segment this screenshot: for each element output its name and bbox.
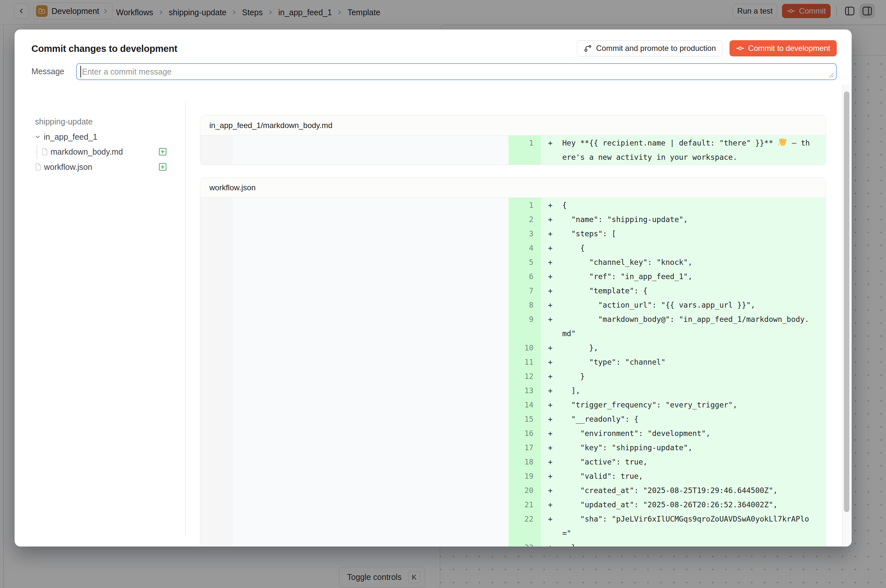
- diff-old-side: [233, 135, 508, 165]
- diff-line: 20+ "created_at": "2025-08-25T19:29:46.6…: [508, 483, 826, 498]
- diff-line: 16+ "environment": "development",: [508, 426, 826, 441]
- diff-line: 4+ {: [508, 241, 826, 255]
- diff-code: + "template": {: [541, 284, 826, 298]
- line-number: 22: [508, 512, 541, 540]
- diff-code: + "key": "shipping-update",: [541, 441, 826, 455]
- diff-line: 1+Hey **{{ recipient.name | default: "th…: [508, 136, 826, 164]
- diff-line: 23+ }: [508, 540, 826, 546]
- line-number: 8: [508, 298, 541, 312]
- tree-item-workflow-root[interactable]: shipping-update: [35, 114, 93, 129]
- modal-scrollbar[interactable]: [842, 85, 852, 546]
- line-number: 14: [508, 398, 541, 412]
- diff-code: + "trigger_frequency": "every_trigger",: [541, 398, 826, 412]
- diff-line: 19+ "valid": true,: [508, 469, 826, 483]
- diff-code: + ],: [541, 384, 826, 398]
- commit-icon: [736, 44, 744, 52]
- chevron-down-icon: [35, 134, 40, 140]
- line-number: 2: [508, 212, 541, 226]
- diff-code: + "action_url": "{{ vars.app_url }}",: [541, 298, 826, 312]
- resize-grip-icon: [828, 71, 835, 78]
- waving-hand-emoji: [778, 138, 787, 147]
- line-number: 9: [508, 312, 541, 340]
- diff-code: + "ref": "in_app_feed_1",: [541, 269, 826, 284]
- text-cursor: [80, 66, 81, 78]
- diff-gutter: [200, 135, 233, 165]
- line-number: 21: [508, 498, 541, 512]
- diff-old-side: [233, 198, 508, 546]
- promote-icon: [584, 44, 592, 52]
- diff-code: + "sha": "pJeLVir6xIlUCMGqs9qroZoUAVDSwA…: [541, 512, 826, 540]
- line-number: 4: [508, 241, 541, 255]
- diff-code: + "channel_key": "knock",: [541, 255, 826, 269]
- diff-line: 5+ "channel_key": "knock",: [508, 255, 826, 269]
- scrollbar-thumb[interactable]: [844, 92, 849, 512]
- line-number: 13: [508, 384, 541, 398]
- diff-line: 11+ "type": "channel": [508, 355, 826, 369]
- diff-card: in_app_feed_1/markdown_body.md1+Hey **{{…: [200, 115, 826, 165]
- added-file-icon: [159, 163, 166, 171]
- diff-line: 21+ "updated_at": "2025-08-26T20:26:52.3…: [508, 498, 826, 512]
- modal-actions: Commit and promote to production Commit …: [15, 40, 837, 56]
- diff-code: + "name": "shipping-update",: [541, 212, 826, 226]
- diff-gutter: [200, 198, 233, 546]
- diff-line: 15+ "__readonly": {: [508, 412, 826, 426]
- added-file-icon: [159, 148, 166, 156]
- line-number: 3: [508, 226, 541, 241]
- diff-line: 6+ "ref": "in_app_feed_1",: [508, 269, 826, 284]
- diff-code: + }: [541, 369, 826, 384]
- file-icon: [42, 148, 48, 156]
- line-number: 1: [508, 198, 541, 212]
- message-label: Message: [31, 67, 64, 76]
- commit-modal: Commit changes to development Commit and…: [15, 30, 852, 546]
- diff-card: workflow.json1+{2+ "name": "shipping-upd…: [200, 177, 826, 546]
- commit-message-input[interactable]: [76, 63, 837, 80]
- diff-code: + "environment": "development",: [541, 426, 826, 441]
- diff-code: + "updated_at": "2025-08-26T20:26:52.364…: [541, 498, 826, 512]
- line-number: 12: [508, 369, 541, 384]
- line-number: 10: [508, 340, 541, 355]
- commit-and-promote-button[interactable]: Commit and promote to production: [577, 40, 723, 56]
- line-number: 15: [508, 412, 541, 426]
- tree-indent-guide: [37, 145, 37, 159]
- diff-line: 3+ "steps": [: [508, 226, 826, 241]
- line-number: 18: [508, 455, 541, 469]
- diff-code: + "created_at": "2025-08-25T19:29:46.644…: [541, 483, 826, 498]
- diff-code: + {: [541, 241, 826, 255]
- line-number: 11: [508, 355, 541, 369]
- tree-item-workflow-json[interactable]: workflow.json: [35, 159, 92, 174]
- file-icon: [35, 163, 42, 171]
- diff-code: + "markdown_body@": "in_app_feed_1/markd…: [541, 312, 826, 340]
- line-number: 6: [508, 269, 541, 284]
- diff-line: 1+{: [508, 198, 826, 212]
- diff-line: 7+ "template": {: [508, 284, 826, 298]
- line-number: 16: [508, 426, 541, 441]
- tree-item-step-folder[interactable]: in_app_feed_1: [35, 129, 97, 144]
- line-number: 7: [508, 284, 541, 298]
- diff-line: 18+ "active": true,: [508, 455, 826, 469]
- diff-file-name: workflow.json: [200, 178, 826, 198]
- diff-line: 22+ "sha": "pJeLVir6xIlUCMGqs9qroZoUAVDS…: [508, 512, 826, 540]
- diff-code: +Hey **{{ recipient.name | default: "the…: [541, 136, 826, 164]
- diff-line: 13+ ],: [508, 384, 826, 398]
- tree-item-markdown-body[interactable]: markdown_body.md: [42, 144, 123, 159]
- diff-line: 2+ "name": "shipping-update",: [508, 212, 826, 226]
- line-number: 19: [508, 469, 541, 483]
- commit-to-development-button[interactable]: Commit to development: [730, 40, 837, 56]
- line-number: 17: [508, 441, 541, 455]
- diff-code: + "steps": [: [541, 226, 826, 241]
- line-number: 1: [508, 136, 541, 164]
- sidebar-divider: [185, 101, 186, 537]
- line-number: 5: [508, 255, 541, 269]
- diff-code: + "__readonly": {: [541, 412, 826, 426]
- diff-code: + },: [541, 340, 826, 355]
- diff-line: 14+ "trigger_frequency": "every_trigger"…: [508, 398, 826, 412]
- diff-line: 9+ "markdown_body@": "in_app_feed_1/mark…: [508, 312, 826, 340]
- diff-line: 10+ },: [508, 340, 826, 355]
- diff-line: 12+ }: [508, 369, 826, 384]
- diff-code: + "type": "channel": [541, 355, 826, 369]
- diff-body: 1+{2+ "name": "shipping-update",3+ "step…: [200, 198, 826, 546]
- diff-code: + "valid": true,: [541, 469, 826, 483]
- line-number: 20: [508, 483, 541, 498]
- diff-code: + "active": true,: [541, 455, 826, 469]
- diff-line: 8+ "action_url": "{{ vars.app_url }}",: [508, 298, 826, 312]
